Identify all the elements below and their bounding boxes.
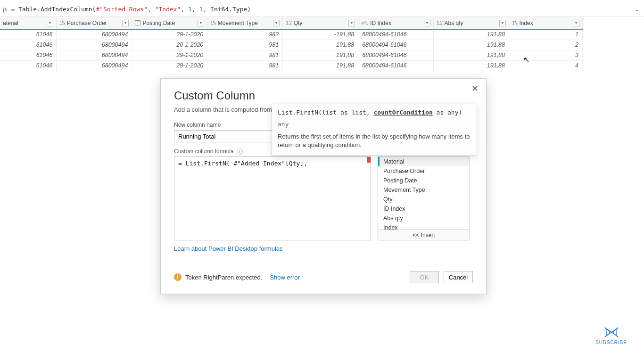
column-header[interactable]: Abs qty [434,17,509,29]
close-icon[interactable]: ✕ [469,82,481,95]
error-text: Token RightParen expected. [185,274,262,281]
column-label: aterial [3,20,18,26]
cell[interactable]: 61046 [0,60,57,71]
column-label: Movement Type [218,20,258,26]
filter-dropdown-icon[interactable] [47,20,53,26]
available-columns-list[interactable]: MaterialPurchase OrderPosting DateMoveme… [378,156,470,230]
filter-dropdown-icon[interactable] [198,20,204,26]
cell[interactable]: 29-1-2020 [132,50,207,60]
column-label: Index [519,20,533,26]
tooltip-return-type: any [278,121,471,128]
cell[interactable]: 191,88 [434,40,509,50]
error-marker-icon [367,157,371,163]
formula-text[interactable]: = Table.AddIndexColumn(#"Sorted Rows", "… [11,6,633,13]
available-column-item[interactable]: Index [378,223,470,230]
available-column-item[interactable]: Qty [378,195,470,204]
cell[interactable]: 191,88 [283,60,358,71]
ok-button: OK [410,271,439,283]
show-error-link[interactable]: Show error [270,274,300,281]
column-label: Purchase Order [67,20,107,26]
filter-dropdown-icon[interactable] [122,20,129,26]
cell[interactable]: 191,88 [283,50,358,60]
dec-type-icon [286,20,291,25]
filter-dropdown-icon[interactable] [499,20,506,26]
tooltip-description: Returns the first set of items in the li… [278,132,471,149]
cell[interactable]: 61046 [0,50,57,60]
cell[interactable]: 68000494-61046 [358,60,434,71]
filter-dropdown-icon[interactable] [273,20,280,26]
subscribe-watermark: SUBSCRIBE [595,326,627,345]
cell[interactable]: 68000494 [57,40,132,50]
cell[interactable]: 68000494 [57,29,132,40]
column-label: Posting Date [142,20,175,26]
intellisense-tooltip: List.FirstN(list as list, countOrConditi… [272,104,477,156]
available-column-item[interactable]: Material [378,157,470,166]
tooltip-signature: List.FirstN(list as list, countOrConditi… [278,109,471,116]
date-type-icon [135,20,140,25]
column-header[interactable]: Index [509,17,583,29]
dna-icon [603,326,620,339]
column-header[interactable]: Posting Date [132,17,207,29]
column-header[interactable]: Movement Type [207,17,283,29]
cell[interactable]: 191,88 [434,50,509,60]
available-column-item[interactable]: Posting Date [378,176,470,185]
available-column-item[interactable]: Movement Type [378,185,470,195]
available-column-item[interactable]: Abs qty [378,214,470,223]
cell[interactable]: 68000494-61046 [358,50,434,60]
warning-icon [174,273,182,281]
cell[interactable]: 68000494-61046 [358,40,434,50]
cell[interactable]: 68000494-61046 [358,29,434,40]
fx-icon: fx [3,6,7,13]
cell[interactable]: 29-1-2020 [132,29,207,40]
cell[interactable]: 61046 [0,29,57,40]
txt-type-icon [361,20,368,25]
available-column-item[interactable]: ID Index [378,204,470,214]
cell[interactable]: 191,88 [283,40,358,50]
cell[interactable]: 20-1-2020 [132,40,207,50]
cell[interactable]: 191,88 [434,29,509,40]
expand-formula-icon[interactable]: ⌄ [633,6,641,13]
table-row[interactable]: 610466800049429-1-2020982-191,8868000494… [0,29,583,40]
dec-type-icon [437,20,442,25]
cell[interactable]: 68000494 [57,50,132,60]
cell[interactable]: 1 [509,29,583,40]
cell[interactable]: 981 [207,40,283,50]
table-row[interactable]: 610466800049429-1-2020981191,8868000494-… [0,60,583,71]
column-label: ID Index [370,20,391,26]
cell[interactable]: 2 [509,40,583,50]
available-column-item[interactable]: Purchase Order [378,166,470,176]
table-row[interactable]: 610466800049420-1-2020981191,8868000494-… [0,40,583,50]
info-icon[interactable] [237,148,243,155]
insert-button[interactable]: << Insert [378,230,470,240]
filter-dropdown-icon[interactable] [348,20,355,26]
formula-editor[interactable]: = List.FirstN( #"Added Index"[Qty], [174,156,371,240]
cell[interactable]: 982 [207,29,283,40]
data-grid: aterialPurchase OrderPosting DateMovemen… [0,17,583,71]
cell[interactable]: 981 [207,50,283,60]
column-label: Abs qty [445,20,463,26]
cell[interactable]: 61046 [0,40,57,50]
cell[interactable]: 981 [207,60,283,71]
learn-link[interactable]: Learn about Power BI Desktop formulas [174,245,283,252]
cell[interactable]: 4 [509,60,583,71]
int-type-icon [210,20,215,25]
cell[interactable]: -191,88 [283,29,358,40]
cell[interactable]: 3 [509,50,583,60]
column-header[interactable]: ID Index [358,17,434,29]
cell[interactable]: 68000494 [57,60,132,71]
column-header[interactable]: Qty [283,17,358,29]
table-row[interactable]: 610466800049429-1-2020981191,8868000494-… [0,50,583,60]
column-header[interactable]: Purchase Order [57,17,132,29]
cell[interactable]: 29-1-2020 [132,60,207,71]
int-type-icon [512,20,517,25]
column-header[interactable]: aterial [0,17,57,29]
filter-dropdown-icon[interactable] [573,20,579,26]
column-label: Qty [294,20,303,26]
filter-dropdown-icon[interactable] [424,20,430,26]
formula-bar: fx = Table.AddIndexColumn(#"Sorted Rows"… [0,2,644,17]
dialog-title: Custom Column [174,89,473,102]
cancel-button[interactable]: Cancel [444,271,473,283]
cell[interactable]: 191,88 [434,60,509,71]
int-type-icon [59,20,65,25]
